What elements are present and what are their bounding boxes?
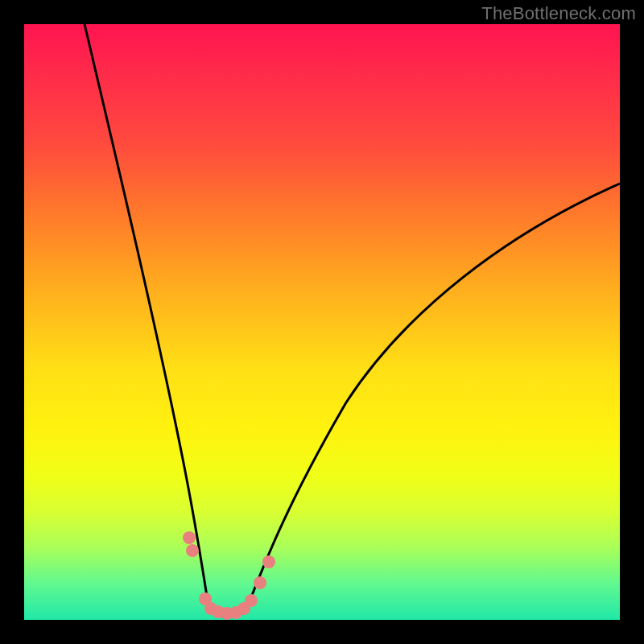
- watermark-text: TheBottleneck.com: [481, 3, 636, 24]
- plot-area: [24, 24, 620, 620]
- bottleneck-curve: [24, 24, 620, 620]
- dot: [262, 555, 275, 568]
- dot: [254, 576, 266, 589]
- curve-left-branch: [85, 24, 209, 612]
- dot: [183, 531, 196, 544]
- chart-frame: TheBottleneck.com: [0, 0, 644, 644]
- data-dots: [183, 531, 275, 620]
- curve-right-branch: [246, 184, 620, 612]
- dot: [245, 594, 258, 607]
- dot: [186, 544, 199, 557]
